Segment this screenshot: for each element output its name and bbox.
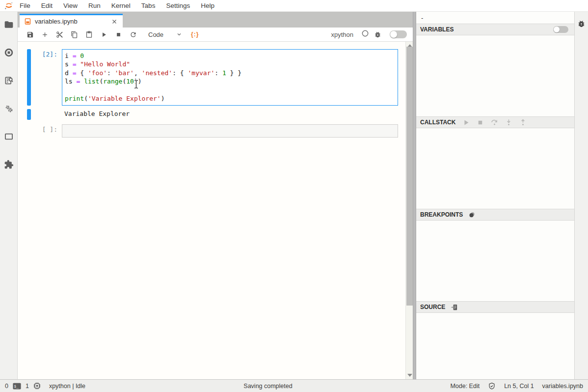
scroll-down-arrow[interactable] — [407, 374, 412, 377]
callstack-section-header[interactable]: CALLSTACK — [416, 116, 574, 128]
menu-item-tabs[interactable]: Tabs — [136, 0, 161, 11]
cell-input-collapser — [27, 124, 31, 138]
panel-splitter[interactable] — [413, 12, 416, 379]
callstack-controls — [462, 119, 527, 126]
cell-output-row: Variable Explorer — [27, 109, 398, 120]
menu-item-edit[interactable]: Edit — [36, 0, 58, 11]
paste-cell-button[interactable] — [82, 28, 95, 40]
restart-kernel-button[interactable] — [127, 28, 139, 40]
source-label: SOURCE — [420, 304, 445, 310]
variables-label: VARIABLES — [420, 26, 454, 33]
remove-all-breakpoints-icon[interactable] — [468, 211, 476, 219]
breakpoints-body — [416, 221, 574, 301]
code-cell-active: [2]: i = 0s = "Hello World"d = { 'foo': … — [27, 49, 398, 106]
chevron-down-icon — [176, 31, 182, 37]
continue-icon[interactable] — [462, 119, 470, 126]
menu-item-settings[interactable]: Settings — [160, 0, 195, 11]
tab-variables-ipynb[interactable]: variables.ipynb — [20, 14, 123, 28]
cursor-position[interactable]: Ln 5, Col 1 — [504, 383, 534, 390]
debugger-toggle-switch[interactable] — [390, 30, 407, 38]
main-area: variables.ipynb Co — [18, 12, 413, 379]
debugger-tab-bug-icon[interactable] — [577, 20, 586, 379]
debugger-panel-title: - — [416, 12, 574, 24]
cell-execution-prompt: [ ]: — [31, 124, 62, 138]
menu-item-kernel[interactable]: Kernel — [106, 0, 136, 11]
breakpoints-section-header[interactable]: BREAKPOINTS — [416, 209, 574, 221]
debugger-bug-icon[interactable] — [371, 28, 384, 40]
source-section-header[interactable]: SOURCE — [416, 301, 574, 313]
menu-item-view[interactable]: View — [58, 0, 83, 11]
menu-item-file[interactable]: File — [14, 0, 36, 11]
mode-indicator[interactable]: Mode: Edit — [450, 383, 480, 390]
step-in-icon[interactable] — [505, 119, 512, 126]
active-file-name: variables.ipynb — [542, 383, 583, 390]
menu-item-help[interactable]: Help — [195, 0, 220, 11]
running-kernels-icon[interactable] — [4, 48, 14, 59]
status-bar: 0 $_ 1 xpython | Idle Saving completed M… — [0, 379, 588, 392]
code-cell-empty: [ ]: — [27, 124, 398, 138]
right-sidebar — [574, 12, 588, 379]
notebook-toolbar: Code {:} xpython — [18, 28, 413, 42]
variable-inspector-button[interactable]: {:} — [188, 31, 202, 38]
terminate-icon[interactable] — [477, 119, 484, 126]
variables-body — [416, 35, 574, 116]
terminals-count[interactable]: 0 — [5, 383, 8, 390]
property-inspector-icon[interactable] — [4, 104, 14, 115]
kernel-chip-icon — [33, 382, 41, 390]
copy-cell-button[interactable] — [68, 28, 80, 40]
kernel-status-icon — [361, 29, 369, 39]
run-cell-button[interactable] — [97, 28, 110, 40]
callstack-body — [416, 128, 574, 209]
kernel-status-text[interactable]: xpython | Idle — [49, 383, 85, 390]
left-sidebar — [0, 12, 18, 379]
notebook-file-icon — [24, 18, 31, 25]
cell-type-dropdown[interactable]: Code — [141, 31, 186, 38]
svg-text:$_: $_ — [14, 384, 19, 388]
callstack-label: CALLSTACK — [420, 119, 455, 126]
notebook-scrollbar[interactable] — [405, 42, 413, 379]
cell-output-collapser[interactable] — [27, 109, 31, 120]
file-browser-icon[interactable] — [4, 20, 14, 31]
cell-input-collapser[interactable] — [27, 49, 31, 106]
trust-shield-icon[interactable] — [488, 382, 496, 390]
step-over-icon[interactable] — [491, 119, 498, 126]
breakpoints-label: BREAKPOINTS — [420, 211, 463, 218]
variables-view-toggle[interactable] — [553, 26, 568, 33]
cut-cell-button[interactable] — [53, 28, 66, 40]
open-tabs-icon[interactable] — [4, 132, 14, 143]
scrollbar-thumb[interactable] — [406, 47, 413, 306]
jupyter-logo — [3, 0, 14, 11]
terminal-icon: $_ — [13, 383, 21, 390]
interrupt-kernel-button[interactable] — [112, 28, 125, 40]
command-palette-icon[interactable] — [4, 76, 14, 87]
variables-section-header[interactable]: VARIABLES — [416, 24, 574, 35]
menu-bar: FileEditViewRunKernelTabsSettingsHelp — [0, 0, 588, 12]
tab-title: variables.ipynb — [35, 18, 78, 25]
open-source-icon[interactable] — [451, 304, 458, 311]
kernels-count[interactable]: 1 — [26, 383, 29, 390]
save-button[interactable] — [24, 28, 36, 40]
output-prompt-spacer — [31, 109, 62, 120]
extension-manager-icon[interactable] — [4, 160, 14, 171]
cell-code-editor[interactable]: i = 0s = "Hello World"d = { 'foo': 'bar'… — [62, 49, 398, 106]
cell-output-text: Variable Explorer — [62, 109, 398, 120]
debugger-panel: - VARIABLES CALLSTACK BREAKPOI — [416, 12, 574, 379]
cell-type-value: Code — [148, 31, 163, 38]
insert-cell-button[interactable] — [38, 28, 51, 40]
cell-execution-prompt: [2]: — [31, 49, 62, 106]
dock-tab-bar: variables.ipynb — [18, 12, 413, 28]
notebook-content: [2]: i = 0s = "Hello World"d = { 'foo': … — [18, 42, 413, 379]
menu-items: FileEditViewRunKernelTabsSettingsHelp — [14, 0, 220, 11]
menu-item-run[interactable]: Run — [83, 0, 106, 11]
step-out-icon[interactable] — [519, 119, 527, 126]
kernel-name[interactable]: xpython — [331, 31, 353, 38]
tab-close-icon[interactable] — [110, 18, 118, 26]
source-body — [416, 313, 574, 379]
status-notification: Saving completed — [243, 383, 292, 390]
cell-code-editor[interactable] — [62, 124, 398, 138]
